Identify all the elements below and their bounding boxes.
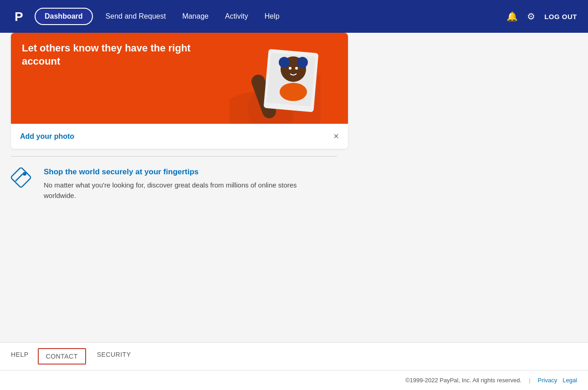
close-promo-button[interactable]: × (333, 131, 339, 142)
main-content: Let others know they have the right acco… (0, 33, 588, 342)
footer-tab-help[interactable]: HELP (11, 343, 38, 370)
svg-point-7 (279, 57, 290, 68)
promo-illustration (230, 37, 321, 124)
paypal-logo: P (11, 7, 29, 25)
navbar: P Dashboard Send and Request Manage Acti… (0, 0, 588, 33)
nav-send-request[interactable]: Send and Request (106, 12, 166, 20)
bell-icon[interactable]: 🔔 (506, 11, 518, 22)
logout-button[interactable]: LOG OUT (544, 13, 577, 20)
nav-help[interactable]: Help (265, 12, 280, 20)
footer-tabs: HELP CONTACT SECURITY (0, 343, 588, 370)
footer-privacy-link[interactable]: Privacy (538, 377, 557, 384)
dashboard-button[interactable]: Dashboard (35, 8, 93, 25)
promo-banner: Let others know they have the right acco… (11, 33, 348, 124)
gear-icon[interactable]: ⚙ (527, 11, 535, 22)
svg-point-13 (23, 172, 26, 176)
footer-vertical-divider: | (529, 377, 530, 384)
footer-bottom: ©1999-2022 PayPal, Inc. All rights reser… (0, 370, 588, 390)
promo-card: Let others know they have the right acco… (11, 33, 348, 149)
nav-manage[interactable]: Manage (182, 12, 209, 20)
svg-point-8 (297, 57, 308, 68)
add-photo-link[interactable]: Add your photo (20, 132, 74, 141)
nav-links: Send and Request Manage Activity Help (106, 12, 507, 20)
shop-icon (11, 167, 35, 191)
footer-legal-link[interactable]: Legal (562, 377, 577, 384)
svg-point-9 (289, 67, 291, 70)
shop-title: Shop the world securely at your fingerti… (44, 167, 308, 177)
svg-line-14 (15, 174, 23, 181)
svg-point-11 (280, 83, 307, 101)
footer-tab-contact[interactable]: CONTACT (38, 348, 86, 365)
navbar-right: 🔔 ⚙ LOG OUT (506, 11, 577, 22)
svg-point-10 (295, 67, 298, 70)
svg-rect-12 (11, 167, 31, 188)
promo-banner-text: Let others know they have the right acco… (22, 42, 224, 68)
shop-text-block: Shop the world securely at your fingerti… (44, 167, 308, 201)
footer-copyright: ©1999-2022 PayPal, Inc. All rights reser… (11, 377, 522, 384)
section-divider (11, 156, 337, 157)
shop-section: Shop the world securely at your fingerti… (0, 164, 588, 212)
nav-activity[interactable]: Activity (225, 12, 248, 20)
footer: HELP CONTACT SECURITY ©1999-2022 PayPal,… (0, 342, 588, 390)
promo-bottom: Add your photo × (11, 124, 348, 149)
shop-description: No matter what you're looking for, disco… (44, 180, 308, 201)
svg-text:P: P (15, 10, 23, 24)
footer-tab-security[interactable]: SECURITY (88, 343, 140, 370)
